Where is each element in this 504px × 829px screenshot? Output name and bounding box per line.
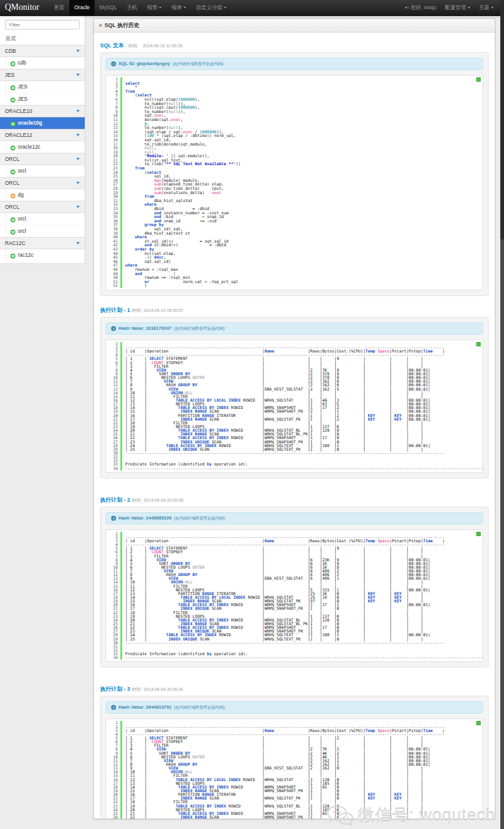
nav-item-greeting[interactable]: ◄)您好, woqu <box>400 0 441 15</box>
caret-down-icon <box>224 7 227 9</box>
code-text: ) <box>125 283 147 288</box>
nav-item-custom-group[interactable]: 自定义分组 <box>191 0 231 15</box>
sidebar-group-oracle12-3[interactable]: ORACLE12 <box>0 129 85 141</box>
brand-logo[interactable]: QMonitor <box>0 0 49 12</box>
section-title: 执行计划 - 2 <box>100 497 130 503</box>
line-number: 4 <box>107 90 122 94</box>
nav-item-oracle[interactable]: Oracle <box>69 0 95 15</box>
nav-item-report[interactable]: 报表 <box>166 0 191 15</box>
sidebar-item-overview[interactable]: 总览 <box>0 32 85 45</box>
nav-item-label: Oracle <box>74 4 90 10</box>
line-number: 26 <box>107 815 122 819</box>
sidebar-item-label: JES <box>18 96 28 102</box>
nav-item-config-admin[interactable]: 配置管理 <box>441 0 475 15</box>
sidebar-item-jes-1-1[interactable]: MJES <box>0 93 85 106</box>
caret-down-icon <box>491 7 494 9</box>
code-block[interactable]: 12--------------------------------------… <box>106 340 483 473</box>
timestamp: 2014-05-09 23:00:50 <box>144 498 184 502</box>
sidebar-item-label: orcl <box>18 228 26 234</box>
code-block[interactable]: 12--------------------------------------… <box>106 529 483 663</box>
top-navbar: QMonitor 首页OracleMySQL主机报警报表自定义分组 ◄)您好, … <box>0 0 504 16</box>
nav-item-label: 您好, woqu <box>411 4 436 10</box>
sidebar-item-label: orcl <box>18 216 26 222</box>
alert-note: (在代码区域双击可全选代码): <box>174 705 225 709</box>
code-line: 3 * <box>107 85 481 90</box>
wechat-icon <box>327 804 354 827</box>
filter-input[interactable] <box>5 20 80 29</box>
nav-item-host[interactable]: 主机 <box>122 0 142 15</box>
sidebar-item-label: JES <box>18 84 28 90</box>
plan-well-1: iHash Value: 1018170247(在代码区域双击可全选代码):12… <box>100 317 489 478</box>
scrollbar-thumb[interactable] <box>500 0 504 239</box>
chevron-down-icon[interactable] <box>76 74 80 76</box>
sidebar-item-oracle12c-3-0[interactable]: Moracle12c <box>0 141 85 154</box>
code-line: 2select <box>107 82 481 86</box>
chevron-down-icon[interactable] <box>76 50 80 52</box>
sidebar-item-label: oracle10g <box>18 120 42 126</box>
sidebar-group-orcl-6[interactable]: ORCL <box>0 201 85 213</box>
section-title: 执行计划 - 3 <box>100 686 130 692</box>
scrollbar[interactable] <box>500 0 504 829</box>
code-line: 1 <box>107 77 481 82</box>
line-number: 34 <box>107 656 122 660</box>
group-label: ORCL <box>5 204 20 210</box>
sidebar-item-orcl-6-1[interactable]: Morcl <box>0 225 85 238</box>
execution-plans: 执行计划 - 1时间:2014-05-10 05:00:57iHash Valu… <box>100 303 489 819</box>
filter-wrap <box>0 15 85 32</box>
nav-item-label: 主题 <box>479 4 489 10</box>
chevron-down-icon[interactable] <box>76 110 80 112</box>
chevron-down-icon[interactable] <box>76 242 80 244</box>
chevron-down-icon[interactable] <box>76 158 80 160</box>
code-line: 39 dba_hist_sqltext st <box>107 232 481 236</box>
sidebar-group-orcl-5[interactable]: ORCL <box>0 177 85 189</box>
group-label: ORACLE10 <box>5 108 32 114</box>
info-icon: i <box>111 61 116 66</box>
nav-item-theme[interactable]: 主题 <box>475 0 498 15</box>
time-label: 时间: <box>132 498 142 502</box>
sidebar-item-orcl-6-0[interactable]: Morcl <box>0 213 85 225</box>
chevron-down-icon[interactable] <box>76 134 80 136</box>
nav-right-menu: ◄)您好, woqu配置管理主题 <box>400 0 498 15</box>
nav-item-home[interactable]: 首页 <box>49 0 69 15</box>
status-badge: M <box>10 85 15 90</box>
line-number: 2 <box>107 82 122 86</box>
nav-item-label: 报表 <box>171 4 182 10</box>
status-badge: M <box>10 169 15 174</box>
sql-text-section-head: SQL 文本 时间: 2014-05-15 11:00:25 <box>100 39 489 50</box>
help-icon[interactable] <box>476 342 481 346</box>
sidebar-group-cdb-0[interactable]: CDB <box>0 45 85 57</box>
help-icon[interactable] <box>476 532 481 536</box>
caret-down-icon <box>184 7 186 9</box>
nav-item-alarm[interactable]: 报警 <box>142 0 166 15</box>
status-badge: M <box>10 146 15 150</box>
sidebar-group-oracle10-2[interactable]: ORACLE10 <box>0 105 85 117</box>
code-line: 51 or norm_val > :top_pct_sql <box>107 280 481 284</box>
sidebar-item-orcl-4-0[interactable]: Morcl <box>0 165 85 177</box>
code-text: ----------------------------------------… <box>125 655 483 660</box>
code-block[interactable]: 12select3 *4from5 (select6 nvl((sqt.elap… <box>106 75 483 290</box>
sidebar-group-rac12c-7[interactable]: RAC12C <box>0 237 85 249</box>
code-line: 52 ) <box>107 284 481 288</box>
nav-item-mysql[interactable]: MySQL <box>95 0 122 15</box>
sidebar-group-jes-1[interactable]: JES <box>0 69 85 81</box>
sql-id-text: SQL ID: gkqvbzefpngvy <box>118 61 170 66</box>
info-icon: i <box>111 516 116 521</box>
timestamp: 2014-05-15 11:00:25 <box>143 44 182 48</box>
chevron-down-icon[interactable] <box>76 182 80 184</box>
line-number: 5 <box>107 93 122 98</box>
sidebar-item-oracle10g-2-0[interactable]: Moracle10g <box>0 117 85 130</box>
sidebar-item-rac12c-7-0[interactable]: Mrac12c <box>0 249 85 262</box>
hash-value-alert: iHash Value: 2448585199(在代码区域双击可全选代码): <box>106 512 483 524</box>
help-icon[interactable] <box>476 77 481 82</box>
sidebar-item-jes-1-0[interactable]: MJES <box>0 81 85 93</box>
sidebar-item-cdb-0-0[interactable]: Mcdb <box>0 57 85 69</box>
code-line: 46 sqt.sql_id) <box>107 260 481 264</box>
hash-value-alert: iHash Value: 1018170247(在代码区域双击可全选代码): <box>106 322 483 335</box>
chevron-down-icon[interactable] <box>76 206 80 208</box>
code-line: 23 from <box>107 166 481 171</box>
code-line: 42 and st.dbid(+) = :dbid <box>107 243 481 247</box>
nav-item-label: 自定义分组 <box>196 4 222 10</box>
sidebar-group-orcl-4[interactable]: ORCL <box>0 153 85 165</box>
help-icon[interactable] <box>476 721 481 725</box>
sidebar-item-dg-5-0[interactable]: Bdg <box>0 189 85 201</box>
